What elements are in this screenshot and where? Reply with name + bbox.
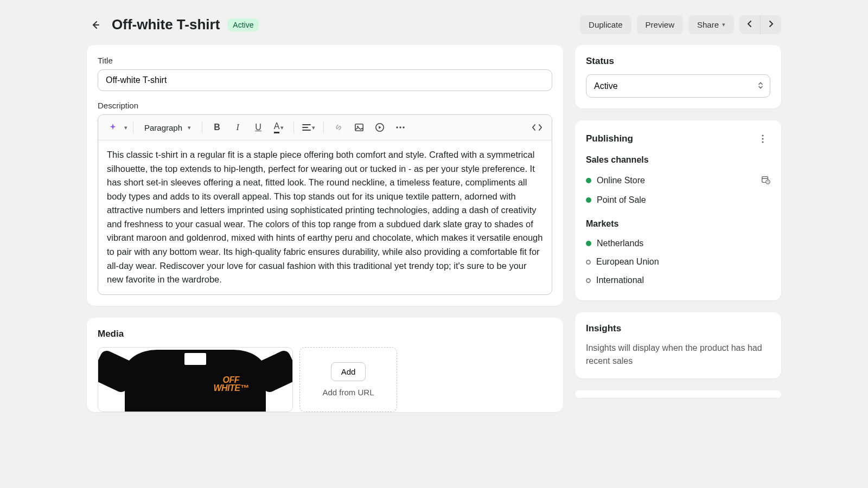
image-icon [354,123,364,132]
format-selector[interactable]: Paragraph ▾ [139,120,196,136]
market-item: Netherlands [586,234,770,253]
chevron-down-icon: ▾ [280,124,284,131]
status-dot-active [586,178,591,183]
italic-button[interactable]: I [228,118,247,137]
svg-point-3 [396,126,398,128]
add-media-tile[interactable]: Add Add from URL [299,347,397,412]
align-button[interactable]: ▾ [299,118,318,137]
editor-toolbar: ▾ Paragraph ▾ B I U A ▾ [98,115,552,140]
svg-point-4 [399,126,401,128]
media-card: Media OFF WHITE™ Add Add from U [87,318,563,412]
markets-heading: Markets [586,219,770,229]
duplicate-button[interactable]: Duplicate [580,15,631,34]
svg-rect-0 [355,124,363,131]
market-name: European Union [596,257,659,267]
insights-text: Insights will display when the product h… [586,342,770,368]
image-button[interactable] [350,118,368,137]
chevron-left-icon [746,20,753,28]
status-dot-inactive [586,260,591,265]
sparkle-icon [108,123,118,132]
ai-assist-button[interactable] [104,118,122,137]
publishing-more-button[interactable] [755,131,770,146]
ellipsis-icon [395,126,405,129]
market-name: International [596,275,644,285]
media-thumbnail[interactable]: OFF WHITE™ [98,347,293,412]
bold-button[interactable]: B [208,118,226,137]
status-card: Status Active [575,45,781,108]
more-button[interactable] [391,118,410,137]
title-input[interactable] [98,69,552,91]
status-dot-active [586,197,591,203]
toolbar-separator [293,121,294,133]
status-badge: Active [227,18,259,31]
code-icon [532,124,542,131]
sales-channels-heading: Sales channels [586,155,770,165]
link-icon [334,123,343,132]
description-textarea[interactable]: This classic t-shirt in a regular fit is… [98,140,552,294]
page-title: Off-white T-shirt [112,16,220,33]
share-label: Share [697,20,719,29]
add-media-button[interactable]: Add [331,362,366,381]
prev-button[interactable] [739,15,760,34]
status-label: Status [586,56,770,67]
publishing-card: Publishing Sales channels Online Store P… [575,120,781,300]
svg-point-6 [762,134,763,136]
chevron-down-icon: ▾ [188,124,191,131]
arrow-left-icon [90,20,101,30]
media-label: Media [98,329,552,339]
channel-name: Online Store [597,176,645,185]
insights-label: Insights [586,323,770,334]
svg-point-5 [403,126,404,128]
title-description-card: Title Description ▾ Paragraph ▾ [87,45,563,306]
insights-card: Insights Insights will display when the … [575,312,781,378]
svg-point-7 [762,138,763,139]
publishing-label: Publishing [586,133,633,144]
back-button[interactable] [87,16,104,34]
sales-channel-item: Online Store [586,170,770,191]
play-circle-icon [375,123,385,132]
svg-point-8 [762,141,763,143]
toolbar-separator [133,121,133,133]
chevron-down-icon[interactable]: ▾ [124,124,127,131]
market-name: Netherlands [597,239,643,248]
toolbar-separator [202,121,202,133]
status-select[interactable]: Active [586,74,770,98]
link-button[interactable] [329,118,348,137]
schedule-button[interactable] [761,175,770,187]
chevron-down-icon: ▾ [722,21,725,28]
page-header: Off-white T-shirt Active Duplicate Previ… [87,15,781,34]
description-label: Description [98,101,552,110]
align-left-icon [302,124,311,131]
description-editor: ▾ Paragraph ▾ B I U A ▾ [98,114,552,295]
text-color-button[interactable]: A ▾ [270,118,288,137]
status-dot-active [586,241,591,246]
market-item: European Union [586,253,770,271]
status-dot-inactive [586,278,591,283]
format-label: Paragraph [144,123,182,132]
prev-next-group [739,15,781,34]
channel-name: Point of Sale [597,195,646,205]
chevron-right-icon [768,20,774,28]
share-button[interactable]: Share ▾ [688,15,734,34]
chevron-down-icon: ▾ [312,124,315,131]
underline-button[interactable]: U [249,118,267,137]
sales-channel-item: Point of Sale [586,191,770,209]
toolbar-separator [323,121,324,133]
code-view-button[interactable] [528,118,546,137]
kebab-icon [762,134,764,143]
video-button[interactable] [371,118,389,137]
title-label: Title [98,56,552,65]
add-from-url-link[interactable]: Add from URL [322,388,374,397]
market-item: International [586,271,770,290]
preview-button[interactable]: Preview [637,15,683,34]
calendar-clock-icon [761,175,770,184]
product-image: OFF WHITE™ [125,350,266,412]
next-card-peek [575,390,781,398]
next-button[interactable] [760,15,781,34]
